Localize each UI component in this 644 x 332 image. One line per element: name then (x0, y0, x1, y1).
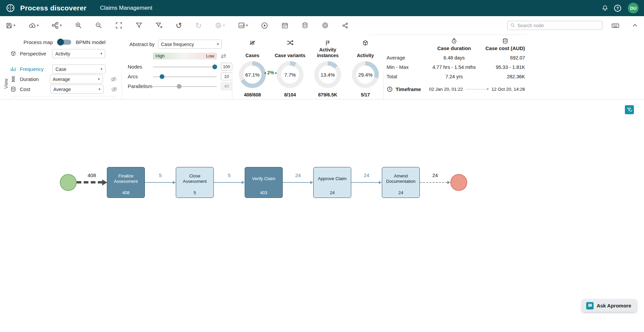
share-button[interactable] (340, 21, 350, 30)
swap-order-icon[interactable]: ⇄ (221, 52, 226, 60)
node-amend-documentation[interactable]: Amend Documentation 24 (382, 167, 420, 198)
arcs-slider-handle[interactable] (160, 74, 164, 79)
node-finalize-assessment[interactable]: Finalize Assessment 408 (107, 167, 145, 198)
metric-row-label: Min - Max (387, 64, 423, 70)
caret-down-icon: ▾ (13, 23, 15, 28)
case-duration-title: Case duration (437, 45, 471, 51)
map-bpmn-toggle[interactable] (58, 40, 71, 45)
case-variants-ratio: 8/104 (284, 92, 296, 97)
arcs-slider[interactable] (153, 74, 217, 79)
nodes-slider-handle[interactable] (212, 65, 217, 69)
metrics-table: Case duration Case cost (AUD) Average 6.… (387, 38, 525, 79)
activity-label: Activity (357, 46, 374, 58)
parallelism-slider-handle (177, 84, 182, 89)
zoom-in-button[interactable] (73, 20, 84, 30)
end-event-node[interactable] (450, 174, 467, 191)
arcs-value-input[interactable]: 10 (221, 73, 232, 80)
cases-tally-icon (249, 38, 256, 46)
edge-amend-end[interactable]: 24 (420, 167, 450, 198)
filter-log-button[interactable] (134, 20, 144, 30)
caret-down-icon: ▾ (246, 23, 248, 28)
abstract-by-dropdown[interactable]: Case frequency ▾ (158, 40, 222, 49)
process-map-canvas[interactable]: 408 Finalize Assessment 408 5 Close Asse… (0, 99, 644, 332)
edge-start-finalize[interactable]: 408 (77, 167, 107, 198)
nodes-slider[interactable] (153, 65, 217, 69)
frequency-label: Frequency (20, 66, 44, 72)
node-approve-claim[interactable]: Approve Claim 24 (313, 167, 351, 198)
edge-approve-amend[interactable]: 24 (351, 167, 382, 198)
ask-apromore-button[interactable]: Ask Apromore (582, 299, 637, 312)
remove-filter-button[interactable] (154, 20, 164, 30)
user-avatar[interactable]: DU (628, 3, 639, 13)
abstract-by-value: Case frequency (161, 42, 194, 47)
shuffle-icon (286, 38, 294, 46)
timeframe-end: 12 Oct 20, 14:26 (491, 87, 525, 92)
edge-close-verify[interactable]: 5 (214, 167, 245, 198)
case-variants-percent: 7.7% (284, 72, 296, 78)
cost-settings-button[interactable] (300, 20, 310, 30)
help-icon[interactable]: ? (614, 5, 621, 12)
redo-button[interactable]: ↻ (194, 21, 203, 30)
case-cost-icon (502, 38, 509, 44)
chat-icon (586, 302, 594, 309)
calendar-button[interactable] (280, 20, 290, 30)
log-animation-button[interactable]: ▾ (236, 20, 250, 30)
cases-stat: Cases 67.1% 408/608 (235, 38, 270, 97)
node-close-assessment[interactable]: Close Assessment 5 (176, 167, 214, 198)
cost-value: Average (53, 87, 71, 92)
cost-dropdown[interactable]: Average ▾ (50, 85, 104, 94)
layout-button[interactable]: ▾ (50, 20, 64, 30)
case-variants-donut: 7.7% (277, 61, 304, 88)
frequency-icon (10, 66, 16, 72)
collapse-panel-button[interactable] (630, 21, 640, 30)
edge-finalize-close[interactable]: 5 (145, 167, 176, 198)
duration-dropdown[interactable]: Average ▾ (50, 75, 103, 84)
duration-visibility-toggle[interactable] (110, 76, 117, 83)
arrow-right-icon: ▸ (275, 71, 277, 75)
log-statistics: Cases 67.1% 408/608 Case variants 7.7% 8… (235, 38, 383, 97)
edge-frequency-label: 5 (214, 172, 245, 178)
zoom-out-button[interactable] (93, 20, 104, 30)
undo-icon: ↺ (176, 22, 182, 29)
process-flow: 408 Finalize Assessment 408 5 Close Asse… (60, 167, 467, 198)
main-toolbar: ▾ ▾ ▾ (0, 16, 644, 35)
perspective-label: Perspective (20, 51, 46, 56)
case-cost-title: Case cost (AUD) (485, 45, 525, 51)
save-button[interactable]: ▾ (4, 21, 17, 30)
perspective-dropdown[interactable]: Activity ▾ (52, 49, 105, 58)
edge-frequency-label: 24 (420, 172, 450, 178)
node-label: Amend Documentation (384, 173, 417, 184)
average-duration-value: 6.48 days (423, 55, 485, 60)
notifications-bell-icon[interactable] (601, 4, 609, 12)
node-verify-claim[interactable]: Verify Claim 403 (245, 167, 283, 198)
minmax-cost-value: 95.33 - 1.81K (485, 65, 525, 70)
activity-instances-donut: 13.4% (314, 61, 341, 88)
activity-stat: Activity 29.4% 5/17 (348, 38, 383, 97)
edge-verify-approve[interactable]: 24 (283, 167, 313, 198)
caret-down-icon: ▾ (217, 42, 219, 46)
frequency-dropdown[interactable]: Case ▾ (52, 65, 106, 74)
variant-share-badge: ◂ 2% ▸ (264, 70, 277, 75)
timeframe-start: 02 Jan 20, 01:22 (429, 87, 463, 92)
high-label: High (156, 53, 165, 58)
start-event-node[interactable] (60, 174, 77, 191)
simulate-button[interactable] (259, 20, 270, 31)
caret-down-icon: ▾ (60, 23, 62, 28)
canvas-filter-button[interactable] (625, 105, 634, 114)
target-button[interactable] (320, 20, 330, 30)
fit-screen-button[interactable] (114, 20, 124, 30)
search-node-input[interactable] (517, 23, 599, 28)
caret-down-icon: ▾ (100, 67, 103, 71)
parallelism-value-input: 40 (221, 82, 232, 90)
node-frequency: 5 (176, 190, 213, 195)
redo-icon: ↻ (195, 22, 202, 29)
globe-button[interactable]: ▾ (213, 20, 227, 30)
node-frequency: 408 (107, 190, 145, 195)
variant-share-value: 2% (267, 70, 274, 75)
export-button[interactable]: ▾ (27, 20, 41, 31)
node-label: Verify Claim (252, 176, 275, 181)
undo-button[interactable]: ↺ (174, 21, 184, 30)
cost-visibility-toggle[interactable] (111, 86, 118, 93)
nodes-value-input[interactable]: 100 (221, 63, 232, 71)
keyboard-shortcuts-button[interactable] (610, 20, 621, 31)
